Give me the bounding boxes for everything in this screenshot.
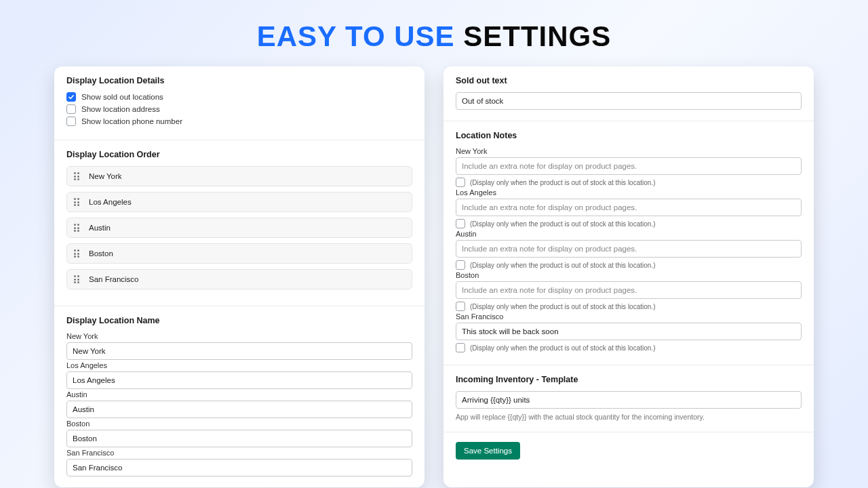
location-name-input[interactable] (66, 342, 412, 360)
location-name-label: San Francisco (66, 449, 412, 457)
title-part2: SETTINGS (463, 20, 611, 52)
order-item[interactable]: San Francisco (66, 269, 412, 289)
checkbox-icon[interactable] (66, 117, 76, 126)
location-name-label: Austin (66, 390, 412, 399)
page-title: EASY TO USE SETTINGS (0, 0, 868, 66)
location-name-label: Los Angeles (66, 361, 412, 369)
note-location-label: New York (456, 147, 802, 155)
drag-handle-icon[interactable] (74, 172, 82, 180)
note-location-label: San Francisco (456, 312, 802, 321)
note-display-only-option[interactable]: (Display only when the product is out of… (456, 260, 802, 270)
note-display-only-option[interactable]: (Display only when the product is out of… (456, 302, 802, 311)
order-item[interactable]: New York (66, 166, 412, 186)
order-item-label: Los Angeles (89, 198, 132, 206)
order-item-label: Boston (89, 249, 113, 258)
detail-option[interactable]: Show location address (66, 104, 412, 114)
location-name-label: Boston (66, 420, 412, 428)
detail-option[interactable]: Show sold out locations (66, 92, 412, 102)
save-settings-button[interactable]: Save Settings (456, 442, 520, 460)
note-display-only-option[interactable]: (Display only when the product is out of… (456, 343, 802, 352)
note-input[interactable] (456, 281, 802, 299)
note-chk-label: (Display only when the product is out of… (470, 303, 655, 310)
checkbox-icon[interactable] (456, 219, 465, 228)
save-section: Save Settings (443, 432, 814, 470)
sold-out-input[interactable] (456, 92, 802, 110)
location-name-input[interactable] (66, 371, 412, 389)
note-location-label: Austin (456, 230, 802, 238)
display-location-name: Display Location Name New YorkLos Angele… (54, 306, 425, 487)
section-title-order: Display Location Order (66, 150, 412, 159)
incoming-inventory-section: Incoming Inventory - Template App will r… (443, 365, 814, 432)
note-location-label: Los Angeles (456, 188, 802, 197)
section-title-notes: Location Notes (456, 131, 802, 140)
note-display-only-option[interactable]: (Display only when the product is out of… (456, 178, 802, 187)
drag-handle-icon[interactable] (74, 198, 82, 206)
order-item-label: Austin (89, 224, 111, 232)
note-input[interactable] (456, 323, 802, 340)
detail-option-label: Show location address (81, 105, 160, 113)
note-location-label: Boston (456, 271, 802, 279)
checkbox-icon[interactable] (456, 343, 465, 352)
order-item[interactable]: Boston (66, 243, 412, 264)
checkbox-icon[interactable] (66, 104, 76, 114)
order-item-label: San Francisco (89, 275, 139, 283)
note-input[interactable] (456, 157, 802, 175)
left-card: Display Location Details Show sold out l… (54, 66, 425, 487)
drag-handle-icon[interactable] (74, 275, 82, 283)
detail-option-label: Show sold out locations (81, 93, 163, 101)
note-chk-label: (Display only when the product is out of… (470, 344, 655, 352)
location-name-input[interactable] (66, 459, 412, 476)
drag-handle-icon[interactable] (74, 249, 82, 258)
note-input[interactable] (456, 199, 802, 216)
location-name-label: New York (66, 332, 412, 340)
section-title-soldout: Sold out text (456, 76, 802, 85)
display-location-order: Display Location Order New YorkLos Angel… (54, 140, 425, 306)
checkbox-icon[interactable] (456, 178, 465, 187)
location-name-input[interactable] (66, 401, 412, 418)
order-item[interactable]: Los Angeles (66, 192, 412, 212)
note-chk-label: (Display only when the product is out of… (470, 220, 655, 228)
checkbox-icon[interactable] (456, 260, 465, 270)
detail-option-label: Show location phone number (81, 117, 182, 125)
note-chk-label: (Display only when the product is out of… (470, 262, 655, 269)
detail-option[interactable]: Show location phone number (66, 117, 412, 126)
note-input[interactable] (456, 240, 802, 258)
order-item-label: New York (89, 172, 122, 180)
section-title-details: Display Location Details (66, 76, 412, 85)
checkbox-icon[interactable] (456, 302, 465, 311)
incoming-helper-text: App will replace {{qty}} with the actual… (456, 413, 802, 421)
drag-handle-icon[interactable] (74, 224, 82, 232)
section-title-incoming: Incoming Inventory - Template (456, 375, 802, 384)
location-name-input[interactable] (66, 430, 412, 447)
incoming-template-input[interactable] (456, 391, 802, 409)
location-notes-section: Location Notes New York(Display only whe… (443, 121, 814, 365)
sold-out-text-section: Sold out text (443, 66, 814, 121)
note-chk-label: (Display only when the product is out of… (470, 179, 655, 186)
display-location-details: Display Location Details Show sold out l… (54, 66, 425, 140)
order-item[interactable]: Austin (66, 218, 412, 238)
checkbox-icon[interactable] (66, 92, 76, 102)
note-display-only-option[interactable]: (Display only when the product is out of… (456, 219, 802, 228)
title-part1: EASY TO USE (257, 20, 455, 52)
section-title-names: Display Location Name (66, 316, 412, 325)
right-card: Sold out text Location Notes New York(Di… (443, 66, 814, 487)
